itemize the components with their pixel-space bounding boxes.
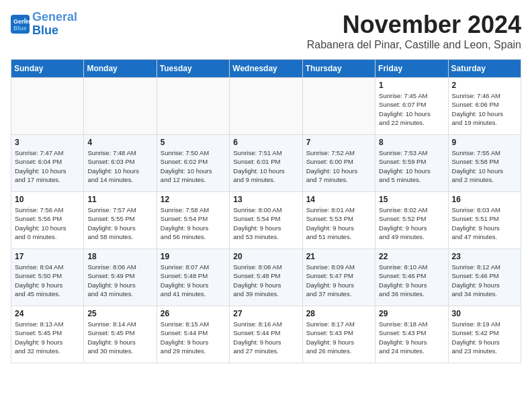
day-cell: 8Sunrise: 7:53 AM Sunset: 5:59 PM Daylig… [375,135,448,192]
logo: General Blue General Blue [11,11,77,38]
day-number: 7 [306,138,371,147]
day-number: 20 [233,252,298,261]
day-info: Sunrise: 8:19 AM Sunset: 5:42 PM Dayligh… [452,320,517,355]
day-cell [11,78,84,135]
day-cell: 29Sunrise: 8:18 AM Sunset: 5:43 PM Dayli… [375,306,448,363]
svg-text:Blue: Blue [13,25,27,32]
day-info: Sunrise: 7:58 AM Sunset: 5:54 PM Dayligh… [161,205,226,241]
day-number: 4 [87,138,152,147]
weekday-header-thursday: Thursday [302,60,375,78]
day-number: 6 [233,138,298,147]
day-number: 8 [379,138,444,147]
day-info: Sunrise: 8:01 AM Sunset: 5:53 PM Dayligh… [306,205,371,241]
day-info: Sunrise: 8:15 AM Sunset: 5:44 PM Dayligh… [161,320,226,355]
location-title: Rabanera del Pinar, Castille and Leon, S… [307,39,521,51]
day-cell: 7Sunrise: 7:52 AM Sunset: 6:00 PM Daylig… [302,135,375,192]
calendar-table: SundayMondayTuesdayWednesdayThursdayFrid… [11,59,521,363]
week-row-5: 24Sunrise: 8:13 AM Sunset: 5:45 PM Dayli… [11,306,521,363]
day-cell: 10Sunrise: 7:56 AM Sunset: 5:56 PM Dayli… [11,192,84,249]
day-info: Sunrise: 7:52 AM Sunset: 6:00 PM Dayligh… [306,148,371,184]
day-cell: 12Sunrise: 7:58 AM Sunset: 5:54 PM Dayli… [157,192,229,249]
weekday-header-tuesday: Tuesday [157,60,229,78]
day-info: Sunrise: 8:03 AM Sunset: 5:51 PM Dayligh… [452,205,517,241]
day-info: Sunrise: 8:18 AM Sunset: 5:43 PM Dayligh… [379,320,444,355]
day-cell: 3Sunrise: 7:47 AM Sunset: 6:04 PM Daylig… [11,135,84,192]
day-info: Sunrise: 7:46 AM Sunset: 6:06 PM Dayligh… [452,91,517,127]
day-number: 2 [452,81,517,90]
day-cell: 14Sunrise: 8:01 AM Sunset: 5:53 PM Dayli… [302,192,375,249]
day-cell: 11Sunrise: 7:57 AM Sunset: 5:55 PM Dayli… [84,192,157,249]
day-info: Sunrise: 7:45 AM Sunset: 6:07 PM Dayligh… [379,91,444,127]
week-row-4: 17Sunrise: 8:04 AM Sunset: 5:50 PM Dayli… [11,249,521,306]
day-number: 16 [452,195,517,204]
day-cell: 23Sunrise: 8:12 AM Sunset: 5:46 PM Dayli… [448,249,521,306]
day-number: 25 [87,309,152,318]
day-cell: 18Sunrise: 8:06 AM Sunset: 5:49 PM Dayli… [84,249,157,306]
day-number: 15 [379,195,444,204]
day-cell: 21Sunrise: 8:09 AM Sunset: 5:47 PM Dayli… [302,249,375,306]
day-info: Sunrise: 7:56 AM Sunset: 5:56 PM Dayligh… [15,205,80,241]
day-cell: 19Sunrise: 8:07 AM Sunset: 5:48 PM Dayli… [157,249,229,306]
day-number: 21 [306,252,371,261]
day-cell: 13Sunrise: 8:00 AM Sunset: 5:54 PM Dayli… [230,192,302,249]
day-number: 23 [452,252,517,261]
day-cell: 27Sunrise: 8:16 AM Sunset: 5:44 PM Dayli… [230,306,302,363]
day-cell: 6Sunrise: 7:51 AM Sunset: 6:01 PM Daylig… [230,135,302,192]
day-info: Sunrise: 8:07 AM Sunset: 5:48 PM Dayligh… [161,263,226,298]
day-number: 28 [306,309,371,318]
day-number: 22 [379,252,444,261]
logo-blue: Blue [32,24,58,37]
day-info: Sunrise: 8:02 AM Sunset: 5:52 PM Dayligh… [379,205,444,241]
day-info: Sunrise: 7:53 AM Sunset: 5:59 PM Dayligh… [379,148,444,184]
day-info: Sunrise: 8:08 AM Sunset: 5:48 PM Dayligh… [233,263,298,298]
day-info: Sunrise: 7:55 AM Sunset: 5:58 PM Dayligh… [452,148,517,184]
day-info: Sunrise: 7:51 AM Sunset: 6:01 PM Dayligh… [233,148,298,184]
day-info: Sunrise: 7:47 AM Sunset: 6:04 PM Dayligh… [15,148,80,184]
weekday-header-wednesday: Wednesday [230,60,302,78]
day-number: 19 [161,252,226,261]
day-info: Sunrise: 8:04 AM Sunset: 5:50 PM Dayligh… [15,263,80,298]
day-info: Sunrise: 8:14 AM Sunset: 5:45 PM Dayligh… [87,320,152,355]
day-number: 24 [15,309,80,318]
day-info: Sunrise: 8:09 AM Sunset: 5:47 PM Dayligh… [306,263,371,298]
day-number: 10 [15,195,80,204]
day-number: 12 [161,195,226,204]
day-number: 14 [306,195,371,204]
weekday-header-sunday: Sunday [11,60,84,78]
day-cell: 20Sunrise: 8:08 AM Sunset: 5:48 PM Dayli… [230,249,302,306]
day-info: Sunrise: 7:57 AM Sunset: 5:55 PM Dayligh… [87,205,152,241]
day-info: Sunrise: 7:48 AM Sunset: 6:03 PM Dayligh… [87,148,152,184]
week-row-2: 3Sunrise: 7:47 AM Sunset: 6:04 PM Daylig… [11,135,521,192]
day-info: Sunrise: 8:12 AM Sunset: 5:46 PM Dayligh… [452,263,517,298]
logo-text: General Blue [32,11,77,38]
day-number: 29 [379,309,444,318]
weekday-header-saturday: Saturday [448,60,521,78]
day-cell: 15Sunrise: 8:02 AM Sunset: 5:52 PM Dayli… [375,192,448,249]
day-number: 5 [161,138,226,147]
day-number: 27 [233,309,298,318]
day-cell [157,78,229,135]
title-section: November 2024 Rabanera del Pinar, Castil… [307,11,521,51]
day-number: 26 [161,309,226,318]
day-number: 1 [379,81,444,90]
day-number: 17 [15,252,80,261]
day-number: 9 [452,138,517,147]
day-info: Sunrise: 8:13 AM Sunset: 5:45 PM Dayligh… [15,320,80,355]
day-cell: 5Sunrise: 7:50 AM Sunset: 6:02 PM Daylig… [157,135,229,192]
day-number: 30 [452,309,517,318]
day-info: Sunrise: 8:06 AM Sunset: 5:49 PM Dayligh… [87,263,152,298]
day-info: Sunrise: 8:17 AM Sunset: 5:43 PM Dayligh… [306,320,371,355]
day-cell: 9Sunrise: 7:55 AM Sunset: 5:58 PM Daylig… [448,135,521,192]
day-info: Sunrise: 8:16 AM Sunset: 5:44 PM Dayligh… [233,320,298,355]
day-number: 3 [15,138,80,147]
day-number: 13 [233,195,298,204]
weekday-header-row: SundayMondayTuesdayWednesdayThursdayFrid… [11,60,521,78]
day-cell: 24Sunrise: 8:13 AM Sunset: 5:45 PM Dayli… [11,306,84,363]
day-info: Sunrise: 8:10 AM Sunset: 5:46 PM Dayligh… [379,263,444,298]
day-number: 18 [87,252,152,261]
day-cell: 1Sunrise: 7:45 AM Sunset: 6:07 PM Daylig… [375,78,448,135]
day-cell: 16Sunrise: 8:03 AM Sunset: 5:51 PM Dayli… [448,192,521,249]
week-row-1: 1Sunrise: 7:45 AM Sunset: 6:07 PM Daylig… [11,78,521,135]
day-info: Sunrise: 7:50 AM Sunset: 6:02 PM Dayligh… [161,148,226,184]
day-cell: 25Sunrise: 8:14 AM Sunset: 5:45 PM Dayli… [84,306,157,363]
